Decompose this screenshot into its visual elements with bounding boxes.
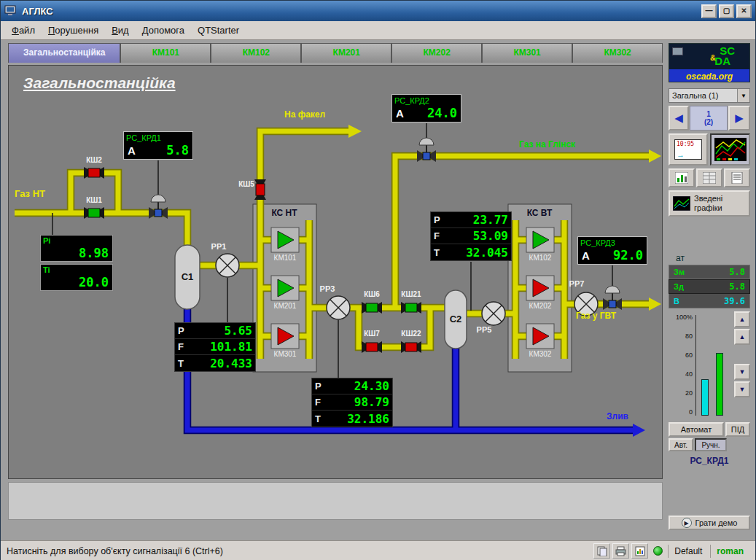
valve-ksh2[interactable] [84, 167, 104, 179]
valve-ksh5-label: КШ5 [238, 180, 254, 188]
mode-auto-button[interactable]: Автомат [669, 422, 724, 437]
pft-c1-t-value: 20.433 [210, 357, 252, 370]
play-icon: ▶ [682, 518, 692, 528]
arrow-right-icon: ▶ [735, 112, 744, 125]
gauge-tick-60: 60 [685, 351, 693, 359]
control-valve-krd1[interactable] [149, 195, 168, 219]
tab-km302[interactable]: КМ302 [572, 43, 663, 63]
tab-km101[interactable]: КМ101 [120, 43, 211, 63]
pft-ksvt-t-label: T [434, 247, 445, 258]
doc-tool-button-2[interactable] [696, 168, 722, 187]
value-row-zm[interactable]: Зм 5.8 [669, 265, 750, 279]
decrease-button-2[interactable]: ▼ [734, 381, 750, 397]
controller-krd2-value: 24.0 [427, 106, 457, 120]
inlet-ti-cell: Ti 20.0 [40, 264, 113, 291]
control-valve-krd2[interactable] [417, 138, 436, 162]
menu-qtstarter[interactable]: QTStarter [191, 23, 246, 38]
pft-panel-ksvt[interactable]: P23.77 F53.09 T32.045 [430, 211, 512, 261]
controller-panel-krd2[interactable]: РС_КРД2 А24.0 [391, 94, 461, 122]
decrease-button-1[interactable]: ▼ [734, 364, 750, 380]
selected-controller-label: РС_КРД1 [669, 456, 750, 466]
menu-violations[interactable]: Порушення [42, 23, 105, 38]
valve-ksh22[interactable] [401, 341, 421, 353]
arrow-up-icon: ▲ [739, 316, 746, 323]
valve-ksh5[interactable] [254, 179, 266, 200]
clipboard-button[interactable] [593, 543, 610, 559]
chart-doc-icon [635, 546, 645, 556]
alarm-list-area[interactable] [8, 482, 663, 520]
value-row-v[interactable]: В 39.6 [669, 294, 750, 308]
mode-ruch-button[interactable]: Ручн. [695, 438, 727, 451]
graphs-view-button[interactable] [710, 133, 750, 166]
compressor-km102[interactable] [526, 228, 554, 252]
documents-view-button[interactable]: 10:95 → [669, 133, 708, 166]
compressor-km302[interactable] [526, 324, 554, 349]
menu-file[interactable]: Файл [5, 23, 42, 38]
tab-km201[interactable]: КМ201 [301, 43, 391, 63]
tab-km202[interactable]: КМ202 [391, 43, 482, 63]
menu-file-accel: Ф [12, 25, 19, 36]
pft-pp3-f-label: F [315, 397, 327, 408]
style-indicator: Default [668, 545, 708, 558]
print-button[interactable] [612, 543, 629, 559]
valve-ksh7[interactable] [362, 341, 382, 353]
play-demo-button[interactable]: ▶ Грати демо [669, 516, 750, 530]
chevron-down-icon[interactable]: ▼ [737, 89, 749, 102]
tab-zagalnostanciyka[interactable]: Загальностанційка [8, 43, 120, 63]
pft-c1-p-value: 5.65 [224, 324, 252, 338]
close-button[interactable]: ✕ [736, 4, 752, 18]
prev-page-button[interactable]: ◀ [669, 106, 689, 131]
valve-ksh1[interactable] [84, 207, 104, 219]
flow-label-flare: На факел [284, 109, 325, 120]
throttle-pp1[interactable] [216, 254, 239, 277]
value-zd-label: Зд [674, 282, 684, 291]
mini-chart-icon [714, 138, 747, 161]
pft-panel-pp3[interactable]: P24.30 F98.79 T32.186 [311, 378, 393, 427]
controller-panel-krd1[interactable]: РС_КРД1 А5.8 [123, 131, 193, 160]
flow-label-drain: Злив [607, 411, 628, 421]
compressor-km101[interactable] [271, 228, 299, 252]
doc-tool-button-3[interactable] [724, 168, 750, 187]
menu-help-rest: опомога [149, 25, 184, 36]
doc-tool-button-1[interactable] [669, 168, 695, 187]
mode-avt-button[interactable]: Авт. [669, 438, 693, 451]
arrow-up-icon: ▲ [739, 333, 746, 341]
maximize-button[interactable]: ▢ [719, 4, 734, 18]
increase-button-1[interactable]: ▲ [734, 311, 750, 327]
printer-icon [615, 546, 626, 556]
mode-pid-button[interactable]: ПІД [725, 422, 750, 437]
value-row-zd[interactable]: Зд 5.8 [669, 279, 750, 294]
inlet-pi-label: Pi [43, 236, 50, 245]
minimize-button[interactable]: — [701, 4, 717, 18]
controller-panel-krd3[interactable]: РС_КРД3 А92.0 [577, 236, 647, 265]
throttle-pp3[interactable] [327, 296, 350, 319]
page-number: 1 [706, 110, 711, 119]
export-button[interactable] [631, 543, 648, 559]
menu-view[interactable]: Вид [105, 23, 136, 38]
valve-ksh21[interactable] [401, 302, 421, 314]
arrow-down-icon: ▼ [739, 368, 746, 376]
summary-graphs-icon [673, 196, 690, 211]
tab-km301[interactable]: КМ301 [482, 43, 572, 63]
next-page-button[interactable]: ▶ [728, 106, 750, 131]
valve-ksh6[interactable] [362, 302, 382, 314]
logo-da-text: DA [714, 55, 730, 67]
group-title-ks-vt: КС ВТ [527, 208, 553, 218]
summary-graphs-button[interactable]: Зведені графіки [669, 190, 750, 217]
compressor-km201[interactable] [271, 276, 299, 300]
status-message: Натисніть для вибору об'єкту сигналізаці… [1, 546, 593, 556]
tab-km102[interactable]: КМ102 [211, 43, 301, 63]
value-zm-label: Зм [674, 268, 685, 276]
throttle-pp5[interactable] [482, 302, 505, 325]
compressor-km301[interactable] [271, 324, 299, 349]
compressor-km202[interactable] [526, 276, 554, 300]
inlet-measure-panel[interactable]: Pi 8.98 Ti 20.0 [40, 235, 113, 293]
menu-help[interactable]: Допомога [136, 23, 191, 38]
pft-panel-c1[interactable]: P5.65 F101.81 T20.433 [174, 322, 256, 372]
valve-ksh1-label: КШ1 [86, 196, 102, 204]
view-select-combo[interactable]: Загальна (1) ▼ [669, 88, 750, 103]
increase-button-2[interactable]: ▲ [734, 329, 750, 345]
throttle-pp5-label: РР5 [477, 325, 492, 334]
view-select-value: Загальна (1) [669, 91, 737, 100]
control-valve-krd3[interactable] [603, 286, 622, 310]
